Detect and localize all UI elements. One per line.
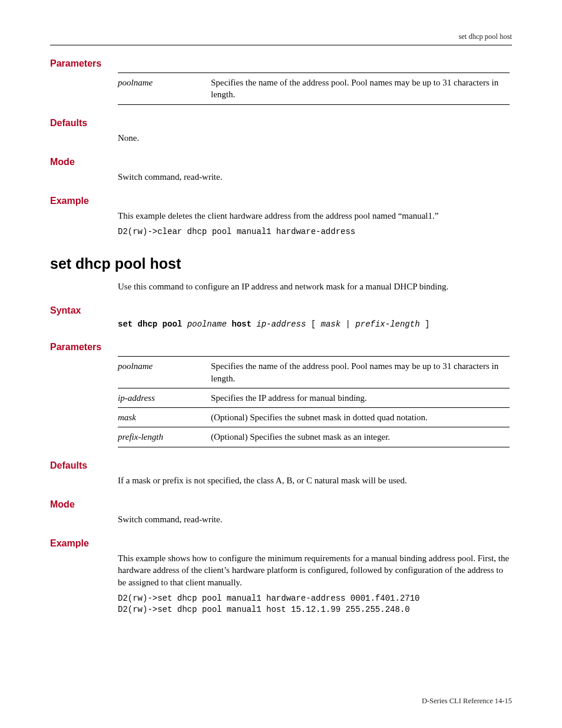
param-term: poolname <box>118 357 211 388</box>
syntax-arg: mask <box>321 319 341 329</box>
param-term: poolname <box>118 73 211 105</box>
param-desc: (Optional) Specifies the subnet mask in … <box>211 408 510 427</box>
defaults-text-1: None. <box>118 132 512 144</box>
command-title: set dhcp pool host <box>50 255 512 272</box>
command-intro: Use this command to configure an IP addr… <box>118 281 512 292</box>
example-text-1: This example deletes the client hardware… <box>118 210 512 222</box>
defaults-heading-2: Defaults <box>50 460 512 471</box>
param-term: mask <box>118 408 211 427</box>
defaults-heading-1: Defaults <box>50 118 512 129</box>
syntax-keyword: host <box>232 319 252 329</box>
param-desc: (Optional) Specifies the subnet mask as … <box>211 427 510 447</box>
param-desc: Specifies the name of the address pool. … <box>211 357 510 388</box>
mode-text-1: Switch command, read-write. <box>118 171 512 183</box>
table-row: ip-address Specifies the IP address for … <box>118 388 510 407</box>
example-code-1: D2(rw)->clear dhcp pool manual1 hardware… <box>118 226 512 238</box>
syntax-sep: | <box>346 319 356 329</box>
defaults-text-2: If a mask or prefix is not specified, th… <box>118 475 512 486</box>
syntax-heading: Syntax <box>50 305 512 316</box>
param-desc: Specifies the name of the address pool. … <box>211 73 510 105</box>
example-heading-2: Example <box>50 538 512 549</box>
mode-heading-2: Mode <box>50 499 512 510</box>
parameters-heading-1: Parameters <box>50 58 512 69</box>
example-heading-1: Example <box>50 196 512 206</box>
parameters-table-2: poolname Specifies the name of the addre… <box>118 356 510 447</box>
syntax-bracket: ] <box>425 319 429 329</box>
syntax-arg: prefix-length <box>355 319 419 329</box>
example-text-2: This example shows how to configure the … <box>118 552 512 588</box>
parameters-heading-2: Parameters <box>50 342 512 353</box>
param-desc: Specifies the IP address for manual bind… <box>211 388 510 407</box>
mode-heading-1: Mode <box>50 157 512 167</box>
param-term: ip-address <box>118 388 211 407</box>
syntax-bracket: [ <box>311 319 316 329</box>
param-term: prefix-length <box>118 427 211 447</box>
page-footer: D-Series CLI Reference 14-15 <box>422 697 512 706</box>
mode-text-2: Switch command, read-write. <box>118 513 512 525</box>
table-row: poolname Specifies the name of the addre… <box>118 73 510 105</box>
syntax-arg: poolname <box>187 319 227 329</box>
table-row: prefix-length (Optional) Specifies the s… <box>118 427 510 447</box>
table-row: poolname Specifies the name of the addre… <box>118 357 510 388</box>
table-row: mask (Optional) Specifies the subnet mas… <box>118 408 510 427</box>
syntax-keyword: set dhcp pool <box>118 319 182 329</box>
syntax-arg: ip-address <box>256 319 306 329</box>
page: set dhcp pool host Parameters poolname S… <box>0 0 562 728</box>
syntax-line: set dhcp pool poolname host ip-address [… <box>118 319 512 329</box>
example-code-2: D2(rw)->set dhcp pool manual1 hardware-a… <box>118 593 512 615</box>
parameters-table-1: poolname Specifies the name of the addre… <box>118 73 510 105</box>
running-header: set dhcp pool host <box>50 32 512 45</box>
